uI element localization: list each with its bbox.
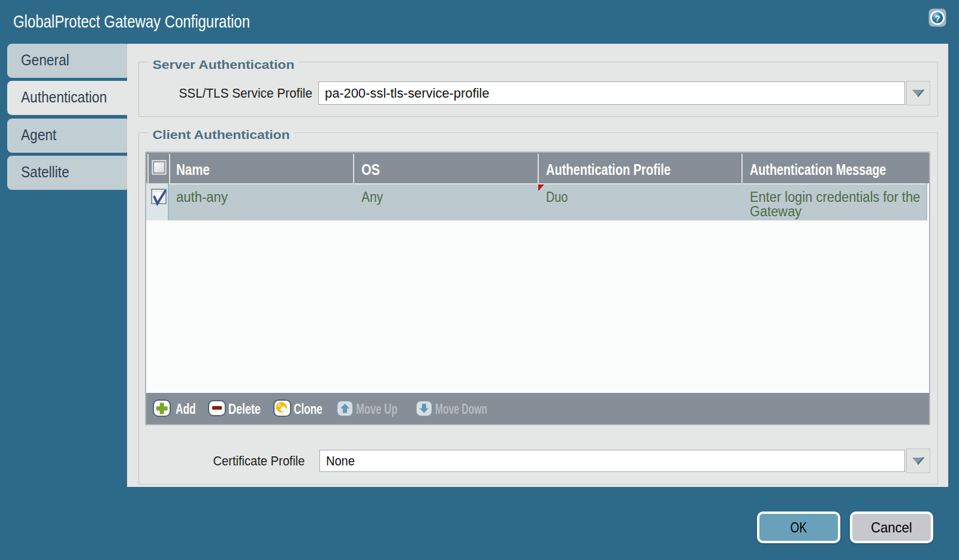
svg-text:?: ?	[934, 13, 940, 23]
